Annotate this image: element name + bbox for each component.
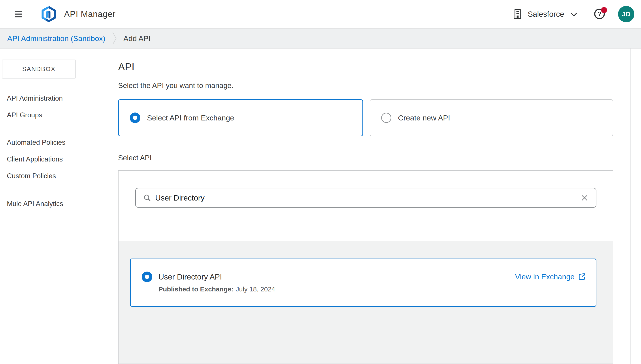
api-picker-panel: User Directory API Published to Exchange… <box>118 170 613 364</box>
organization-icon <box>513 8 522 20</box>
external-link-icon <box>578 273 586 280</box>
sidebar-item-custom-policies[interactable]: Custom Policies <box>0 168 84 184</box>
option-create-new-api[interactable]: Create new API <box>370 99 613 136</box>
search-box[interactable] <box>135 188 596 208</box>
anypoint-logo-icon <box>42 6 56 22</box>
avatar[interactable]: JD <box>618 6 634 22</box>
search-icon <box>143 194 151 202</box>
clear-search-icon[interactable] <box>580 194 588 202</box>
select-api-label: Select API <box>118 154 613 162</box>
sidebar-item-mule-api-analytics[interactable]: Mule API Analytics <box>0 196 84 212</box>
radio-selected-icon[interactable] <box>142 272 152 282</box>
content-left-gutter <box>84 48 101 364</box>
header-right-group: Salesforce ? JD <box>513 6 634 22</box>
sidebar-item-client-applications[interactable]: Client Applications <box>0 151 84 168</box>
sidebar-item-api-administration[interactable]: API Administration <box>0 90 84 107</box>
hamburger-menu-icon[interactable] <box>14 10 23 18</box>
search-section <box>119 171 613 241</box>
option-label: Create new API <box>398 114 450 122</box>
option-select-api-from-exchange[interactable]: Select API from Exchange <box>118 99 363 136</box>
api-source-options: Select API from Exchange Create new API <box>118 99 613 136</box>
view-in-exchange-label: View in Exchange <box>515 271 574 282</box>
body: SANDBOX API Administration API Groups Au… <box>0 48 641 364</box>
view-in-exchange-link[interactable]: View in Exchange <box>515 271 586 282</box>
breadcrumb-separator-icon <box>112 32 117 45</box>
section-title: API <box>118 61 613 73</box>
result-api-name: User Directory API <box>159 272 275 282</box>
published-date: July 18, 2024 <box>236 286 275 293</box>
result-left: User Directory API Published to Exchange… <box>142 272 275 294</box>
search-results: User Directory API Published to Exchange… <box>119 241 613 364</box>
content-right-gutter <box>631 48 641 364</box>
radio-unselected-icon[interactable] <box>381 113 391 123</box>
breadcrumb: API Administration (Sandbox) Add API <box>0 29 641 48</box>
top-header: API Manager Salesforce ? JD <box>0 0 641 29</box>
sidebar: SANDBOX API Administration API Groups Au… <box>0 48 84 364</box>
breadcrumb-current-add-api: Add API <box>123 34 151 43</box>
main-content: API Select the API you want to manage. S… <box>101 48 631 364</box>
published-label: Published to Exchange: <box>159 286 234 293</box>
sidebar-item-api-groups[interactable]: API Groups <box>0 107 84 124</box>
radio-selected-icon[interactable] <box>130 112 140 123</box>
search-input[interactable] <box>155 194 580 202</box>
sidebar-nav: API Administration API Groups Automated … <box>0 90 84 212</box>
sidebar-item-automated-policies[interactable]: Automated Policies <box>0 134 84 151</box>
breadcrumb-link-api-administration[interactable]: API Administration (Sandbox) <box>7 34 105 43</box>
notification-dot <box>601 7 607 13</box>
org-switcher[interactable]: Salesforce <box>513 8 577 20</box>
result-published-info: Published to Exchange:July 18, 2024 <box>159 285 275 294</box>
chevron-down-icon <box>571 13 577 17</box>
environment-switcher-button[interactable]: SANDBOX <box>2 60 76 78</box>
result-text: User Directory API Published to Exchange… <box>159 272 275 294</box>
result-user-directory-api[interactable]: User Directory API Published to Exchange… <box>130 258 596 307</box>
org-name: Salesforce <box>528 10 564 18</box>
page-title: API Manager <box>64 9 116 19</box>
section-subtitle: Select the API you want to manage. <box>118 81 613 90</box>
help-button[interactable]: ? <box>594 8 605 20</box>
option-label: Select API from Exchange <box>147 114 234 122</box>
api-manager-app: API Manager Salesforce ? JD <box>0 0 641 364</box>
